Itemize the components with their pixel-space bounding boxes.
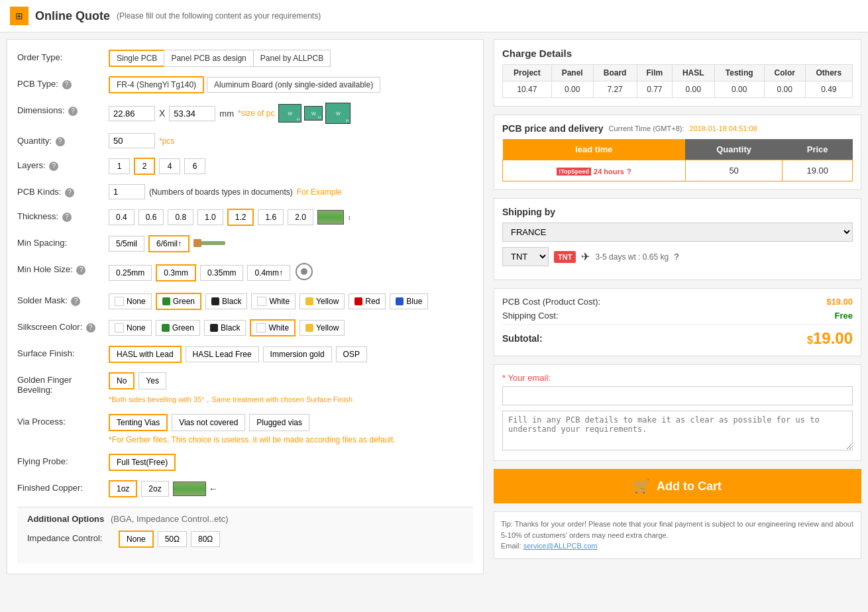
order-type-panel-design[interactable]: Panel PCB as design xyxy=(164,50,252,67)
layer-1[interactable]: 1 xyxy=(109,158,130,174)
country-select[interactable]: FRANCE xyxy=(502,223,853,242)
spacing-5-5[interactable]: 5/5mil xyxy=(109,236,144,252)
spacing-6-6[interactable]: 6/6mil↑ xyxy=(148,235,190,252)
order-type-panel-allpcb[interactable]: Panel by ALLPCB xyxy=(253,50,331,67)
tip-email-label: Email: xyxy=(501,542,521,550)
silk-yellow[interactable]: Yellow xyxy=(299,320,345,336)
via-plugged[interactable]: Plugged vias xyxy=(249,414,309,431)
email-input[interactable] xyxy=(502,386,853,405)
copper-1oz[interactable]: 1oz xyxy=(109,480,137,497)
logo-icon: ⊞ xyxy=(10,7,28,25)
charge-table: Project Panel Board Film HASL Testing Co… xyxy=(502,64,853,98)
hole-04[interactable]: 0.4mm↑ xyxy=(247,265,290,281)
pcb-type-help[interactable]: ? xyxy=(62,80,72,89)
carrier-select[interactable]: TNT xyxy=(502,247,549,266)
solder-blue[interactable]: Blue xyxy=(390,293,428,309)
flying-probe-label: Flying Probe: xyxy=(17,454,103,466)
impedance-row: Impedance Control: None 50Ω 80Ω xyxy=(27,531,463,548)
pcb-kinds-input[interactable] xyxy=(109,184,145,199)
notes-input[interactable] xyxy=(502,411,853,450)
shipping-country-row: FRANCE xyxy=(502,223,853,242)
pcb-box-3: W H xyxy=(325,103,351,124)
layer-6[interactable]: 6 xyxy=(184,158,205,174)
pcb-kinds-example[interactable]: For Example xyxy=(297,187,342,197)
thickness-06[interactable]: 0.6 xyxy=(138,209,164,225)
layers-help[interactable]: ? xyxy=(49,162,58,171)
surface-hasl-lead[interactable]: HASL with Lead xyxy=(109,346,182,363)
thickness-20[interactable]: 2.0 xyxy=(288,209,313,225)
via-not-covered[interactable]: Vias not covered xyxy=(172,414,245,431)
solder-none[interactable]: None xyxy=(109,293,152,309)
solder-blue-label: Blue xyxy=(406,297,422,306)
order-type-label: Order Type: xyxy=(17,50,103,62)
shipping-title: Shipping by xyxy=(502,207,853,217)
hole-035[interactable]: 0.35mm xyxy=(200,265,243,281)
solder-yellow-dot xyxy=(305,297,313,305)
order-type-single-pcb[interactable]: Single PCB xyxy=(109,50,164,67)
thickness-row: Thickness: ? 0.4 0.6 0.8 1.0 1.2 1.6 2.0… xyxy=(17,209,473,226)
thickness-help[interactable]: ? xyxy=(62,213,72,222)
thickness-12[interactable]: 1.2 xyxy=(227,209,254,226)
hole-025[interactable]: 0.25mm xyxy=(109,265,152,281)
silkscreen-help[interactable]: ? xyxy=(86,323,95,332)
solder-mask-help[interactable]: ? xyxy=(71,297,80,306)
solder-mask-label: Solder Mask: ? xyxy=(17,293,103,306)
dimension-width[interactable] xyxy=(109,106,155,121)
layer-4[interactable]: 4 xyxy=(159,158,180,174)
page-header: ⊞ Online Quote (Please fill out the foll… xyxy=(0,0,868,32)
shipping-help[interactable]: ? xyxy=(674,252,678,262)
silk-white[interactable]: White xyxy=(250,319,296,336)
dimension-height[interactable] xyxy=(169,106,215,121)
solder-red[interactable]: Red xyxy=(349,293,386,309)
quantity-input[interactable] xyxy=(109,133,155,148)
silk-black[interactable]: Black xyxy=(204,320,246,336)
solder-green[interactable]: Green xyxy=(156,293,201,310)
topspeed-help[interactable]: ? xyxy=(627,168,631,176)
layer-2[interactable]: 2 xyxy=(134,158,155,175)
golden-finger-yes[interactable]: Yes xyxy=(138,372,166,389)
min-spacing-content: 5/5mil 6/6mil↑ xyxy=(109,235,473,252)
charge-col-testing: Testing xyxy=(714,65,764,81)
topspeed-badge: !TopSpeed 24 hours ? xyxy=(557,168,631,176)
flying-probe-full[interactable]: Full Test(Free) xyxy=(109,454,176,471)
surface-osp[interactable]: OSP xyxy=(336,346,367,362)
solder-yellow[interactable]: Yellow xyxy=(299,293,345,309)
impedance-80[interactable]: 80Ω xyxy=(191,531,220,547)
thickness-16[interactable]: 1.6 xyxy=(258,209,284,225)
page-title: Online Quote xyxy=(35,9,110,23)
silk-green[interactable]: Green xyxy=(156,320,200,336)
thickness-08[interactable]: 0.8 xyxy=(168,209,193,225)
silk-white-label: White xyxy=(268,323,289,332)
flying-probe-content: Full Test(Free) xyxy=(109,454,473,471)
pcb-type-fr4[interactable]: FR-4 (ShengYi Tg140) xyxy=(109,76,204,93)
thickness-10[interactable]: 1.0 xyxy=(197,209,223,225)
impedance-50[interactable]: 50Ω xyxy=(158,531,187,547)
thickness-label: Thickness: ? xyxy=(17,209,103,222)
hole-03[interactable]: 0.3mm xyxy=(156,264,196,281)
charge-val-project: 10.47 xyxy=(503,81,552,98)
solder-black[interactable]: Black xyxy=(205,293,247,309)
silk-none[interactable]: None xyxy=(109,320,152,336)
via-tenting[interactable]: Tenting Vias xyxy=(109,414,168,431)
charge-val-panel: 0.00 xyxy=(551,81,593,98)
pcb-kinds-help[interactable]: ? xyxy=(65,188,74,197)
min-hole-help[interactable]: ? xyxy=(76,266,85,275)
surface-immersion-gold[interactable]: Immersion gold xyxy=(263,346,332,362)
charge-val-color: 0.00 xyxy=(764,81,805,98)
surface-hasl-free[interactable]: HASL Lead Free xyxy=(186,346,259,362)
golden-finger-no[interactable]: No xyxy=(109,372,135,389)
thickness-04[interactable]: 0.4 xyxy=(109,209,135,225)
dimensions-help[interactable]: ? xyxy=(68,107,78,116)
solder-none-label: None xyxy=(127,297,146,306)
impedance-none[interactable]: None xyxy=(119,531,154,548)
quantity-help[interactable]: ? xyxy=(56,137,65,146)
solder-white[interactable]: White xyxy=(251,293,296,309)
add-to-cart-button[interactable]: 🛒 Add to Cart xyxy=(494,469,861,503)
shipping-cost-label: Shipping Cost: xyxy=(502,311,559,321)
copper-2oz[interactable]: 2oz xyxy=(141,481,168,497)
impedance-content: None 50Ω 80Ω xyxy=(119,531,463,548)
pcb-type-aluminum[interactable]: Aluminum Board (only single-sided availa… xyxy=(207,77,380,93)
pcb-box-2: W H xyxy=(304,106,323,121)
price-quantity: 50 xyxy=(685,160,783,181)
tip-email-link[interactable]: service@ALLPCB.com xyxy=(523,542,598,550)
